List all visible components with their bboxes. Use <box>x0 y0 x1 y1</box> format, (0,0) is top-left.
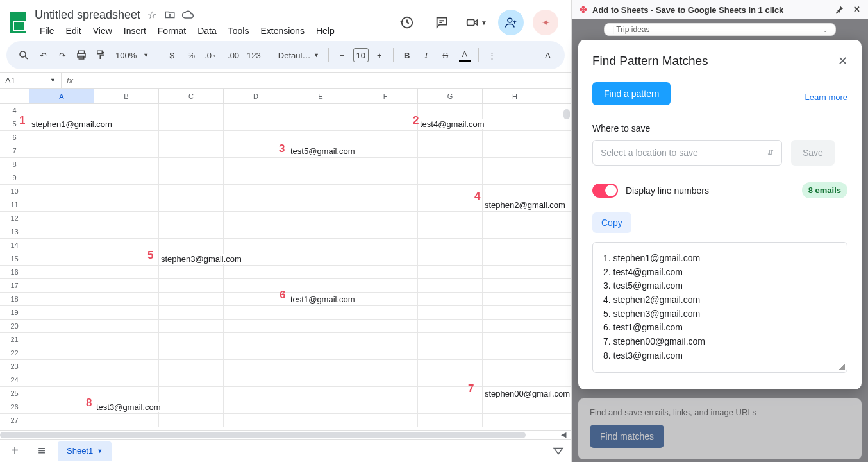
cell-D9[interactable] <box>224 171 288 184</box>
row-head-21[interactable]: 21 <box>0 333 29 346</box>
cell-H20[interactable] <box>483 320 547 332</box>
cell-F25[interactable] <box>353 387 418 400</box>
trip-ideas-stub[interactable]: | Trip ideas⌄ <box>604 23 836 36</box>
cell-G26[interactable] <box>418 400 483 413</box>
cell-A4[interactable] <box>29 104 94 117</box>
comment-icon[interactable] <box>429 10 455 35</box>
col-head-H[interactable]: H <box>483 89 547 103</box>
col-head-B[interactable]: B <box>94 89 159 103</box>
cell-G5[interactable]: test4@gmail.com <box>418 117 483 130</box>
scroll-left-icon[interactable]: ◀ <box>561 431 566 439</box>
cell-H26[interactable] <box>483 400 547 413</box>
cell-C25[interactable] <box>159 387 224 400</box>
cell-H4[interactable] <box>483 104 547 117</box>
cell-B22[interactable] <box>94 346 159 359</box>
row-head-5[interactable]: 5 <box>0 117 29 130</box>
currency-icon[interactable]: $ <box>163 46 180 64</box>
cell-C22[interactable] <box>159 346 224 359</box>
cell-C13[interactable] <box>159 225 224 238</box>
cell-E17[interactable] <box>288 279 353 292</box>
resize-handle-icon[interactable] <box>839 364 845 370</box>
cell-A8[interactable] <box>29 158 94 171</box>
cell-F9[interactable] <box>353 171 418 184</box>
cell-H14[interactable] <box>483 239 547 252</box>
cell-B14[interactable] <box>94 239 159 252</box>
cell-B18[interactable] <box>94 293 159 305</box>
col-head-G[interactable]: G <box>418 89 483 103</box>
formula-bar[interactable]: fx <box>62 76 571 85</box>
row-head-23[interactable]: 23 <box>0 360 29 373</box>
cell-B27[interactable] <box>94 414 159 427</box>
cell-H13[interactable] <box>483 225 547 238</box>
cell-E19[interactable] <box>288 306 353 319</box>
cell-A5[interactable]: stephen1@gmail.com <box>29 117 94 130</box>
cell-G9[interactable] <box>418 171 483 184</box>
cell-D5[interactable] <box>224 117 288 130</box>
cell-B15[interactable] <box>94 252 159 265</box>
row-head-14[interactable]: 14 <box>0 239 29 252</box>
cell-E8[interactable] <box>288 158 353 171</box>
cell-E4[interactable] <box>288 104 353 117</box>
cell-C17[interactable] <box>159 279 224 292</box>
cell-H21[interactable] <box>483 333 547 346</box>
cell-F24[interactable] <box>353 373 418 386</box>
menu-data[interactable]: Data <box>192 24 222 37</box>
cell-F22[interactable] <box>353 346 418 359</box>
vertical-scrollbar[interactable] <box>562 108 571 429</box>
row-head-16[interactable]: 16 <box>0 266 29 278</box>
cell-A11[interactable] <box>29 198 94 211</box>
star-icon[interactable]: ☆ <box>146 8 158 21</box>
row-head-8[interactable]: 8 <box>0 158 29 171</box>
menu-format[interactable]: Format <box>153 24 191 37</box>
strike-icon[interactable]: S <box>437 46 454 64</box>
cell-F5[interactable] <box>353 117 418 130</box>
redo-icon[interactable]: ↷ <box>54 46 71 64</box>
location-select[interactable]: Select a location to save ⇵ <box>592 140 782 166</box>
cell-D20[interactable] <box>224 320 288 332</box>
find-pattern-button[interactable]: Find a pattern <box>592 82 671 105</box>
cell-B21[interactable] <box>94 333 159 346</box>
cell-F8[interactable] <box>353 158 418 171</box>
cell-A12[interactable] <box>29 212 94 225</box>
cell-H23[interactable] <box>483 360 547 373</box>
chevron-down-icon[interactable]: ▼ <box>97 448 103 454</box>
cell-D13[interactable] <box>224 225 288 238</box>
cell-A25[interactable] <box>29 387 94 400</box>
cell-G21[interactable] <box>418 333 483 346</box>
cell-G24[interactable] <box>418 373 483 386</box>
textcolor-icon[interactable]: A <box>456 46 473 64</box>
cell-G14[interactable] <box>418 239 483 252</box>
cell-D17[interactable] <box>224 279 288 292</box>
row-head-6[interactable]: 6 <box>0 131 29 144</box>
cell-H19[interactable] <box>483 306 547 319</box>
fontsize-minus[interactable]: − <box>334 46 351 64</box>
cell-F12[interactable] <box>353 212 418 225</box>
cell-B23[interactable] <box>94 360 159 373</box>
print-icon[interactable] <box>73 46 90 64</box>
cell-A16[interactable] <box>29 266 94 278</box>
cell-D22[interactable] <box>224 346 288 359</box>
italic-icon[interactable]: I <box>418 46 435 64</box>
cell-C11[interactable] <box>159 198 224 211</box>
cell-H8[interactable] <box>483 158 547 171</box>
search-icon[interactable] <box>15 46 32 64</box>
menu-help[interactable]: Help <box>311 24 340 37</box>
cell-F13[interactable] <box>353 225 418 238</box>
cell-C7[interactable] <box>159 144 224 157</box>
cell-D25[interactable] <box>224 387 288 400</box>
move-icon[interactable] <box>163 8 176 21</box>
cell-G23[interactable] <box>418 360 483 373</box>
cell-C9[interactable] <box>159 171 224 184</box>
cell-G13[interactable] <box>418 225 483 238</box>
row-head-25[interactable]: 25 <box>0 387 29 400</box>
dec-increase-icon[interactable]: .00 <box>225 46 242 64</box>
line-numbers-toggle[interactable] <box>592 184 618 198</box>
cell-C5[interactable] <box>159 117 224 130</box>
row-head-27[interactable]: 27 <box>0 414 29 427</box>
cell-G16[interactable] <box>418 266 483 278</box>
cell-B8[interactable] <box>94 158 159 171</box>
cell-C18[interactable] <box>159 293 224 305</box>
save-button[interactable]: Save <box>791 140 835 166</box>
cell-H10[interactable] <box>483 185 547 198</box>
row-head-17[interactable]: 17 <box>0 279 29 292</box>
